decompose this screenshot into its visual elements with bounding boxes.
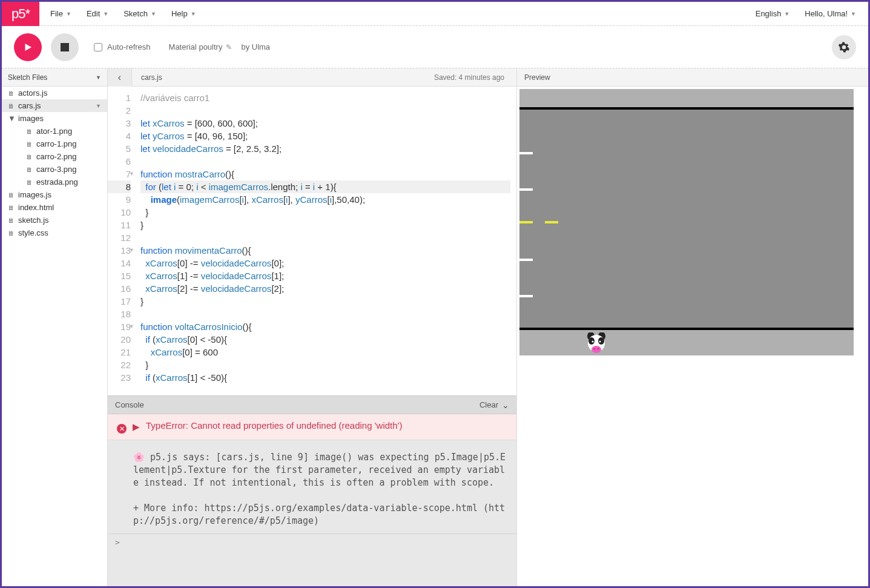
menu-file[interactable]: File▼ bbox=[50, 9, 71, 18]
console-input[interactable]: > bbox=[108, 533, 516, 550]
file-icon: 🗎 bbox=[26, 153, 33, 160]
svg-point-8 bbox=[594, 348, 596, 350]
caret-down-icon: ▼ bbox=[151, 11, 156, 17]
sidebar-header[interactable]: Sketch Files ▼ bbox=[2, 68, 107, 87]
menu-edit[interactable]: Edit▼ bbox=[87, 9, 108, 18]
file-icon: 🗎 bbox=[8, 217, 15, 224]
svg-point-7 bbox=[592, 346, 601, 353]
file-item[interactable]: 🗎carro-1.png bbox=[2, 137, 107, 150]
sketch-name[interactable]: Material poultry bbox=[169, 42, 223, 51]
file-item[interactable]: 🗎cars.js▼ bbox=[2, 99, 107, 112]
gear-icon bbox=[838, 41, 850, 53]
caret-down-icon: ▼ bbox=[784, 11, 789, 17]
file-item[interactable]: 🗎estrada.png bbox=[2, 176, 107, 188]
preview-panel: Preview bbox=[517, 68, 868, 586]
folder-icon: ▼ bbox=[8, 114, 15, 123]
preview-header: Preview bbox=[517, 68, 868, 87]
svg-point-9 bbox=[598, 348, 599, 350]
play-icon bbox=[22, 42, 33, 53]
settings-button[interactable] bbox=[832, 35, 856, 59]
file-icon: 🗎 bbox=[26, 140, 33, 148]
saved-status: Saved: 4 minutes ago bbox=[434, 73, 516, 82]
svg-point-3 bbox=[588, 337, 595, 345]
file-item[interactable]: 🗎actors.js bbox=[2, 87, 107, 99]
autorefresh-checkbox[interactable] bbox=[94, 43, 102, 51]
sidebar: Sketch Files ▼ 🗎actors.js🗎cars.js▼▼image… bbox=[2, 68, 108, 586]
preview-canvas bbox=[519, 89, 854, 355]
file-item[interactable]: ▼images bbox=[2, 112, 107, 125]
autorefresh-label: Auto-refresh bbox=[107, 42, 151, 51]
stop-button[interactable] bbox=[51, 33, 79, 61]
clear-console-button[interactable]: Clear ⌄ bbox=[479, 400, 509, 410]
console-title: Console bbox=[115, 400, 144, 409]
editor-header: ‹ cars.js Saved: 4 minutes ago bbox=[108, 68, 516, 87]
file-icon: 🗎 bbox=[26, 166, 33, 173]
collapse-sidebar-button[interactable]: ‹ bbox=[108, 68, 132, 87]
file-tree: 🗎actors.js🗎cars.js▼▼images🗎ator-1.png🗎ca… bbox=[2, 87, 107, 239]
console-error[interactable]: ✕ ▶ TypeError: Cannot read properties of… bbox=[108, 414, 516, 440]
file-icon: 🗎 bbox=[8, 102, 15, 110]
file-icon: 🗎 bbox=[8, 191, 15, 199]
play-button[interactable] bbox=[14, 33, 42, 61]
expand-icon: ▶ bbox=[133, 421, 140, 434]
file-icon: 🗎 bbox=[8, 204, 15, 211]
p5-logo[interactable]: p5* bbox=[2, 2, 39, 26]
caret-down-icon: ▼ bbox=[851, 11, 856, 17]
file-icon: 🗎 bbox=[26, 179, 33, 186]
file-item[interactable]: 🗎carro-2.png bbox=[2, 150, 107, 163]
svg-point-5 bbox=[592, 341, 594, 343]
toolbar: Auto-refresh Material poultry ✎ by Ulma bbox=[2, 26, 868, 68]
menu-sketch[interactable]: Sketch▼ bbox=[124, 9, 156, 18]
file-item[interactable]: 🗎sketch.js bbox=[2, 214, 107, 226]
console-panel: Console Clear ⌄ ✕ ▶ TypeError: Cannot re… bbox=[108, 395, 516, 586]
pencil-icon[interactable]: ✎ bbox=[226, 43, 232, 51]
language-selector[interactable]: English▼ bbox=[756, 9, 790, 18]
file-item[interactable]: 🗎ator-1.png bbox=[2, 125, 107, 137]
caret-down-icon: ▼ bbox=[96, 74, 101, 81]
current-file-tab: cars.js bbox=[132, 73, 171, 82]
sketch-byline: by Ulma bbox=[241, 42, 270, 51]
svg-point-4 bbox=[598, 337, 604, 345]
user-menu[interactable]: Hello, Ulma!▼ bbox=[805, 9, 856, 18]
code-editor[interactable]: 1234567▼8910111213▼141516171819▼20212223… bbox=[108, 87, 516, 395]
actor-sprite bbox=[586, 332, 607, 353]
chevron-down-icon: ⌄ bbox=[502, 400, 509, 410]
top-menubar: p5* File▼ Edit▼ Sketch▼ Help▼ English▼ H… bbox=[2, 2, 868, 26]
caret-down-icon: ▼ bbox=[191, 11, 196, 17]
file-options-icon[interactable]: ▼ bbox=[96, 103, 101, 109]
svg-point-6 bbox=[599, 341, 601, 343]
file-item[interactable]: 🗎images.js bbox=[2, 188, 107, 201]
stop-icon bbox=[61, 43, 69, 51]
error-icon: ✕ bbox=[117, 424, 127, 434]
file-icon: 🗎 bbox=[26, 128, 33, 135]
file-item[interactable]: 🗎index.html bbox=[2, 201, 107, 214]
file-item[interactable]: 🗎carro-3.png bbox=[2, 163, 107, 176]
caret-down-icon: ▼ bbox=[66, 11, 71, 17]
file-item[interactable]: 🗎style.css bbox=[2, 226, 107, 239]
console-message: 🌸 p5.js says: [cars.js, line 9] image() … bbox=[108, 440, 516, 533]
menu-help[interactable]: Help▼ bbox=[171, 9, 196, 18]
caret-down-icon: ▼ bbox=[103, 11, 108, 17]
file-icon: 🗎 bbox=[8, 90, 15, 97]
file-icon: 🗎 bbox=[8, 230, 15, 237]
